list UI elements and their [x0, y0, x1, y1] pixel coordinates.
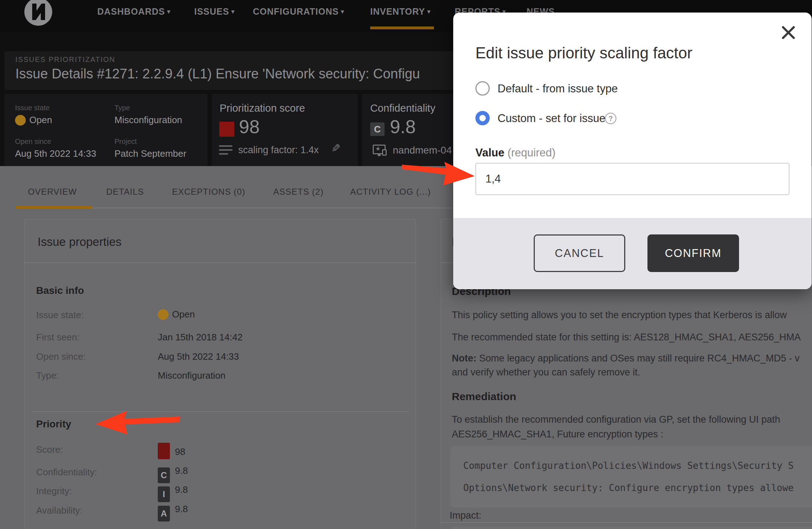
impact-label: Impact:: [450, 510, 481, 521]
row-value: 98: [158, 443, 185, 459]
issue-state-card: Issue state Open Open since Aug 5th 2022…: [4, 94, 207, 166]
description-paragraph: The recommended state for this setting i…: [452, 332, 801, 343]
row-label: Score:: [36, 444, 63, 455]
confidentiality-chip: C: [370, 122, 385, 136]
scaling-factor-input[interactable]: [475, 163, 789, 195]
open-state-dot-icon: [158, 309, 168, 320]
prioritization-score-card: Prioritization score 98 scaling factor: …: [212, 94, 358, 166]
active-tab-underline: [16, 206, 92, 209]
tab-details[interactable]: DETAILS: [106, 187, 144, 197]
row-label: Integrity:: [36, 486, 72, 497]
code-line: Computer Configuration\Policies\Windows …: [463, 460, 794, 471]
required-hint: (required): [508, 146, 556, 159]
row-value: I9.8: [158, 484, 188, 502]
asset-monitor-icon: ★: [373, 145, 386, 154]
row-value: Open: [158, 309, 195, 320]
asset-name[interactable]: nandmem-04: [393, 145, 452, 156]
prioritization-score-value: 98: [239, 116, 260, 137]
row-label: First seen:: [36, 332, 79, 343]
row-label: Type:: [36, 370, 59, 381]
confidentiality-title: Confidentiality: [370, 102, 435, 114]
prioritization-score-title: Prioritization score: [220, 102, 305, 114]
description-paragraph: This policy setting allows you to set th…: [452, 310, 787, 321]
row-value: C9.8: [158, 465, 188, 483]
row-value: Misconfiguration: [158, 370, 225, 381]
row-value: Aug 5th 2022 14:33: [158, 351, 239, 362]
score-color-swatch: [219, 122, 234, 137]
chevron-down-icon: ▾: [427, 8, 431, 15]
open-since-value: Aug 5th 2022 14:33: [15, 148, 96, 159]
nav-item-issues[interactable]: ISSUES▾: [194, 6, 235, 19]
remediation-code-block: Computer Configuration\Policies\Windows …: [450, 446, 812, 508]
cancel-button[interactable]: CANCEL: [534, 234, 625, 272]
section-divider: [441, 522, 812, 523]
open-state-dot-icon: [15, 115, 26, 126]
basic-info-heading: Basic info: [36, 285, 84, 296]
edit-scaling-pencil-icon[interactable]: ✎: [331, 142, 341, 155]
issue-state-label: Issue state: [15, 104, 50, 112]
issue-state-value: Open: [15, 115, 52, 126]
description-note-line2: and verify whether you can safely remove…: [452, 367, 640, 378]
confidentiality-value: 9.8: [390, 116, 416, 137]
tab-assets[interactable]: ASSETS (2): [273, 187, 324, 197]
tab-overview[interactable]: OVERVIEW: [28, 187, 77, 197]
confidentiality-chip: C: [158, 467, 170, 483]
page-title: Issue Details #1271: 2.2.9.4 (L1) Ensure…: [15, 66, 420, 82]
description-note: Note: Some legacy applications and OSes …: [452, 353, 799, 364]
remediation-paragraph: To establish the recommended configurati…: [452, 414, 780, 425]
chevron-down-icon: ▾: [231, 8, 235, 15]
radio-default-label[interactable]: Default - from issue type: [498, 82, 618, 95]
remediation-paragraph: AES256_HMAC_SHA1, Future encryption type…: [452, 429, 663, 440]
chevron-down-icon: ▾: [341, 8, 344, 15]
radio-custom[interactable]: [475, 111, 490, 125]
breadcrumb: ISSUES PRIORITIZATION: [15, 55, 115, 64]
chevron-down-icon: ▾: [167, 8, 171, 15]
issue-properties-header: Issue properties: [38, 235, 122, 249]
impact-code-block: [450, 526, 812, 529]
tab-exceptions[interactable]: EXCEPTIONS (0): [172, 187, 245, 197]
nav-item-configurations[interactable]: CONFIGURATIONS▾: [253, 6, 344, 19]
help-icon[interactable]: ?: [605, 113, 616, 124]
remediation-heading: Remediation: [452, 390, 516, 403]
nav-item-dashboards[interactable]: DASHBOARDS▾: [97, 6, 171, 19]
project-value: Patch September: [114, 148, 186, 159]
row-value: Jan 15th 2018 14:42: [158, 332, 243, 343]
logo-n-icon: [24, 0, 52, 26]
row-label: Issue state:: [36, 310, 84, 321]
row-label: Open since:: [36, 351, 86, 362]
edit-scaling-factor-modal: Edit issue priority scaling factor Defau…: [453, 13, 812, 289]
modal-title: Edit issue priority scaling factor: [475, 44, 692, 62]
row-label: Availability:: [36, 505, 83, 516]
radio-default[interactable]: [475, 81, 490, 96]
priority-heading: Priority: [36, 418, 71, 430]
nanitor-logo[interactable]: [24, 0, 52, 26]
modal-footer: CANCEL CONFIRM: [453, 218, 812, 289]
scaling-factor-value: scaling factor: 1.4x: [238, 145, 319, 156]
annotation-arrow-to-input: [399, 157, 478, 190]
issue-properties-card: Issue properties Basic info Issue state:…: [24, 219, 416, 529]
score-chip: [158, 443, 170, 459]
type-value: Misconfiguration: [114, 115, 182, 126]
row-label: Confidentiality:: [36, 467, 97, 478]
card-header-divider: [25, 262, 416, 263]
code-line: Options\Network security: Configure encr…: [463, 482, 794, 493]
open-since-label: Open since: [15, 137, 51, 146]
value-field-label: Value (required): [475, 146, 556, 159]
annotation-arrow-to-priority: [91, 408, 184, 437]
type-label: Type: [114, 104, 130, 112]
integrity-chip: I: [158, 486, 170, 502]
project-label: Project: [114, 137, 137, 146]
scaling-list-icon: [219, 145, 233, 157]
section-divider: [32, 411, 409, 412]
confirm-button[interactable]: CONFIRM: [647, 234, 739, 272]
availability-chip: A: [158, 506, 170, 521]
radio-custom-label[interactable]: Custom - set for issue: [498, 112, 605, 125]
active-nav-underline: [370, 26, 434, 29]
nav-item-inventory[interactable]: INVENTORY▾: [370, 6, 431, 19]
row-value: A9.8: [158, 504, 188, 521]
close-icon[interactable]: [780, 24, 797, 41]
